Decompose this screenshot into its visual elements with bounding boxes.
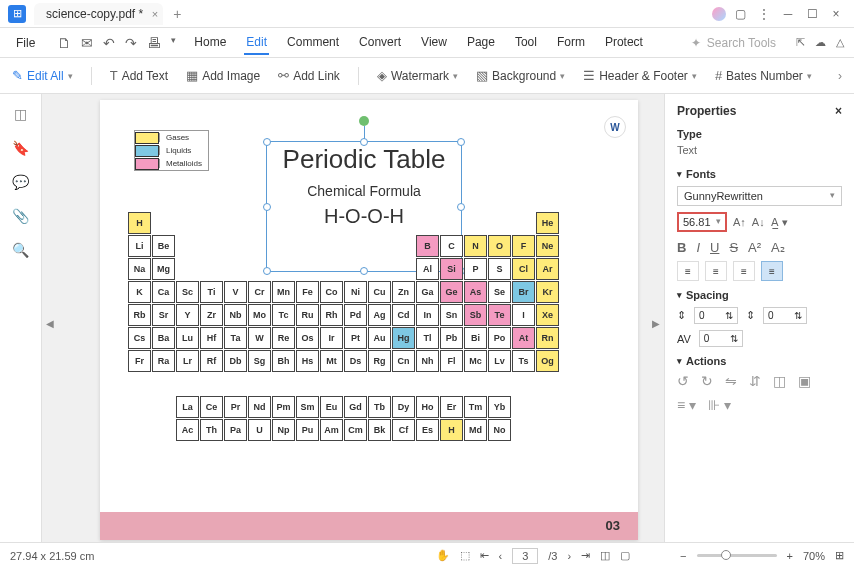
first-page-icon[interactable]: ⇤ — [480, 549, 489, 562]
tab-home[interactable]: Home — [192, 31, 228, 55]
bates-number-button[interactable]: #Bates Number▾ — [715, 68, 812, 83]
bookmarks-icon[interactable]: 🔖 — [12, 140, 29, 156]
zoom-in-icon[interactable]: + — [787, 550, 793, 562]
redo-icon[interactable]: ↷ — [125, 35, 137, 51]
tab-tool[interactable]: Tool — [513, 31, 539, 55]
tab-view[interactable]: View — [419, 31, 449, 55]
resize-handle[interactable] — [263, 267, 271, 275]
align-objects-icon[interactable]: ⊪ ▾ — [708, 397, 731, 413]
minimize-icon[interactable]: ─ — [778, 7, 798, 21]
page-number-input[interactable]: 3 — [512, 548, 538, 564]
tab-page[interactable]: Page — [465, 31, 497, 55]
search-tools[interactable]: ✦ Search Tools — [691, 36, 776, 50]
resize-handle[interactable] — [457, 203, 465, 211]
next-arrow-icon[interactable]: ▶ — [652, 318, 660, 329]
new-tab-button[interactable]: + — [173, 6, 181, 22]
mail-icon[interactable]: ✉ — [81, 35, 93, 51]
fit-width-icon[interactable]: ⊞ — [835, 549, 844, 562]
collapse-ribbon-icon[interactable]: △ — [836, 36, 844, 49]
font-size-input[interactable]: 56.81▾ — [677, 212, 727, 232]
rotate-left-icon[interactable]: ↺ — [677, 373, 689, 389]
align-right-button[interactable]: ≡ — [733, 261, 755, 281]
resize-handle[interactable] — [360, 267, 368, 275]
fit-page-icon[interactable]: ▢ — [620, 549, 630, 562]
search-icon[interactable]: 🔍 — [12, 242, 29, 258]
share-icon[interactable]: ⇱ — [796, 36, 805, 49]
document-tab[interactable]: science-copy.pdf * × — [34, 3, 163, 25]
qat-dropdown-icon[interactable]: ▾ — [171, 35, 176, 51]
thumbnails-icon[interactable]: ◫ — [14, 106, 27, 122]
subscript-icon[interactable]: A₂ — [771, 240, 785, 255]
underline-icon[interactable]: U — [710, 240, 719, 255]
header-footer-button[interactable]: ☰Header & Footer▾ — [583, 68, 697, 83]
flip-h-icon[interactable]: ⇋ — [725, 373, 737, 389]
decrease-font-icon[interactable]: A↓ — [752, 216, 765, 228]
char-spacing-input[interactable]: 0⇅ — [699, 330, 743, 347]
increase-font-icon[interactable]: A↑ — [733, 216, 746, 228]
strikethrough-icon[interactable]: S — [729, 240, 738, 255]
line-spacing-input[interactable]: 0⇅ — [694, 307, 738, 324]
view-mode-icon[interactable]: ◫ — [600, 549, 610, 562]
para-spacing-input[interactable]: 0⇅ — [763, 307, 807, 324]
rotate-handle[interactable] — [359, 116, 369, 126]
close-window-icon[interactable]: × — [826, 7, 846, 21]
align-left-button[interactable]: ≡ — [677, 261, 699, 281]
bold-icon[interactable]: B — [677, 240, 686, 255]
resize-handle[interactable] — [263, 138, 271, 146]
canvas-area[interactable]: ◀ ▶ W Gases Liquids Metalloids Periodic … — [42, 94, 664, 542]
hand-tool-icon[interactable]: ✋ — [436, 549, 450, 562]
fonts-section[interactable]: Fonts — [677, 168, 842, 180]
superscript-icon[interactable]: A² — [748, 240, 761, 255]
zoom-slider[interactable] — [697, 554, 777, 557]
file-menu[interactable]: File — [10, 36, 41, 50]
kebab-icon[interactable]: ⋮ — [754, 7, 774, 21]
line-style-icon[interactable]: ≡ ▾ — [677, 397, 696, 413]
resize-handle[interactable] — [457, 138, 465, 146]
print-icon[interactable]: 🖶 — [147, 35, 161, 51]
tab-comment[interactable]: Comment — [285, 31, 341, 55]
spacing-section[interactable]: Spacing — [677, 289, 842, 301]
word-export-badge[interactable]: W — [604, 116, 626, 138]
next-page-icon[interactable]: › — [567, 550, 571, 562]
close-panel-icon[interactable]: × — [835, 104, 842, 118]
comments-icon[interactable]: 💬 — [12, 174, 29, 190]
tab-edit[interactable]: Edit — [244, 31, 269, 55]
font-color-icon[interactable]: A̲ ▾ — [771, 216, 788, 229]
flip-v-icon[interactable]: ⇵ — [749, 373, 761, 389]
edit-all-button[interactable]: ✎Edit All▾ — [12, 68, 73, 83]
align-justify-button[interactable]: ≡ — [761, 261, 783, 281]
tab-convert[interactable]: Convert — [357, 31, 403, 55]
add-image-button[interactable]: ▦Add Image — [186, 68, 260, 83]
tab-protect[interactable]: Protect — [603, 31, 645, 55]
last-page-icon[interactable]: ⇥ — [581, 549, 590, 562]
zoom-value[interactable]: 70% — [803, 550, 825, 562]
notification-icon[interactable]: ▢ — [730, 7, 750, 21]
tab-form[interactable]: Form — [555, 31, 587, 55]
prev-page-icon[interactable]: ‹ — [499, 550, 503, 562]
crop-icon[interactable]: ◫ — [773, 373, 786, 389]
close-tab-icon[interactable]: × — [152, 8, 158, 20]
select-tool-icon[interactable]: ⬚ — [460, 549, 470, 562]
align-center-button[interactable]: ≡ — [705, 261, 727, 281]
toolbar-overflow-icon[interactable]: › — [838, 69, 842, 83]
resize-handle[interactable] — [360, 138, 368, 146]
font-family-select[interactable]: GunnyRewritten▾ — [677, 186, 842, 206]
prev-arrow-icon[interactable]: ◀ — [46, 318, 54, 329]
profile-icon[interactable] — [712, 7, 726, 21]
zoom-out-icon[interactable]: − — [680, 550, 686, 562]
undo-icon[interactable]: ↶ — [103, 35, 115, 51]
cloud-icon[interactable]: ☁ — [815, 36, 826, 49]
add-text-button[interactable]: TAdd Text — [110, 68, 168, 83]
watermark-button[interactable]: ◈Watermark▾ — [377, 68, 458, 83]
rotate-right-icon[interactable]: ↻ — [701, 373, 713, 389]
save-icon[interactable]: 🗋 — [57, 35, 71, 51]
italic-icon[interactable]: I — [696, 240, 700, 255]
attachments-icon[interactable]: 📎 — [12, 208, 29, 224]
resize-handle[interactable] — [263, 203, 271, 211]
maximize-icon[interactable]: ☐ — [802, 7, 822, 21]
background-button[interactable]: ▧Background▾ — [476, 68, 565, 83]
actions-section[interactable]: Actions — [677, 355, 842, 367]
element-cell: Rb — [128, 304, 151, 326]
extract-icon[interactable]: ▣ — [798, 373, 811, 389]
add-link-button[interactable]: ⚯Add Link — [278, 68, 340, 83]
